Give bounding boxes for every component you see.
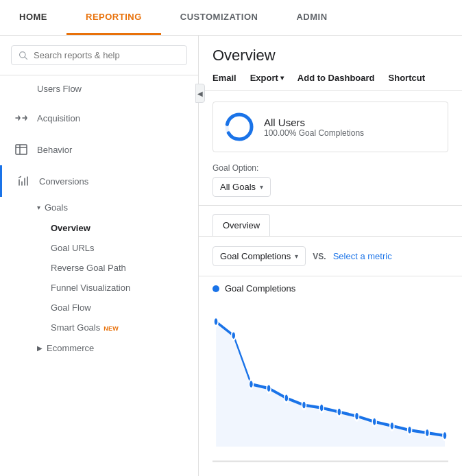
main-layout: Users Flow Acquisition: [0, 36, 462, 476]
svg-point-12: [284, 394, 289, 403]
svg-point-6: [227, 115, 252, 139]
chart-area: Goal Completions: [199, 276, 462, 476]
sidebar-nav: Users Flow Acquisition: [0, 75, 198, 476]
segment-donut-chart: [224, 112, 254, 142]
goal-option-chevron-icon: ▾: [260, 183, 263, 191]
export-button[interactable]: Export ▾: [250, 73, 284, 83]
shortcut-button[interactable]: Shortcut: [389, 73, 425, 83]
goals-arrow-icon: ▾: [37, 204, 40, 211]
svg-point-18: [390, 422, 394, 431]
content-header: Overview Email Export ▾ Add to Dashboard…: [199, 36, 462, 91]
sidebar-item-ecommerce[interactable]: ▶ Ecommerce: [0, 337, 198, 359]
sidebar: Users Flow Acquisition: [0, 36, 199, 476]
conversions-icon: [16, 174, 31, 189]
nav-reporting[interactable]: REPORTING: [66, 0, 161, 35]
conversions-label: Conversions: [39, 176, 88, 187]
segment-card: All Users 100.00% Goal Completions: [212, 102, 448, 152]
vs-label: VS.: [313, 252, 326, 261]
svg-point-11: [267, 384, 271, 393]
select-metric-button[interactable]: Select a metric: [333, 251, 392, 261]
email-button[interactable]: Email: [212, 73, 236, 83]
sidebar-item-users-flow[interactable]: Users Flow: [0, 75, 198, 102]
ecommerce-arrow-icon: ▶: [37, 344, 42, 352]
collapse-handle[interactable]: ◀: [195, 84, 205, 103]
search-box: [11, 45, 187, 65]
sidebar-item-conversions[interactable]: Conversions: [0, 165, 198, 197]
acquisition-label: Acquisition: [37, 113, 80, 123]
svg-point-13: [302, 401, 306, 409]
behavior-icon: [14, 142, 29, 157]
page-title: Overview: [212, 47, 448, 64]
goals-label: Goals: [45, 202, 68, 213]
segment-subtitle: 100.00% Goal Completions: [264, 128, 364, 138]
nav-home[interactable]: HOME: [0, 0, 66, 35]
chart-svg-container: [212, 300, 448, 476]
nav-customization[interactable]: CUSTOMIZATION: [161, 0, 278, 35]
metric-selector: Goal Completions ▾ VS. Select a metric: [199, 237, 462, 276]
goals-section: ▾ Goals Overview Goal URLs Reverse Goal …: [0, 197, 198, 337]
goal-option-value: All Goals: [220, 182, 256, 192]
sidebar-item-goal-flow[interactable]: Goal Flow: [37, 298, 198, 318]
sidebar-item-behavior[interactable]: Behavior: [0, 134, 198, 165]
sidebar-item-goal-urls[interactable]: Goal URLs: [37, 238, 198, 258]
metric-label: Goal Completions: [220, 251, 291, 261]
legend-label: Goal Completions: [225, 283, 295, 294]
sidebar-item-smart-goals[interactable]: Smart GoalsNEW: [37, 318, 198, 337]
svg-point-16: [354, 412, 358, 420]
export-chevron-icon: ▾: [280, 74, 284, 82]
overview-tab-section: Overview: [199, 206, 462, 237]
svg-point-19: [408, 426, 412, 435]
behavior-label: Behavior: [37, 145, 72, 155]
goal-option-label: Goal Option:: [212, 163, 448, 173]
goals-header[interactable]: ▾ Goals: [37, 197, 198, 218]
add-to-dashboard-button[interactable]: Add to Dashboard: [297, 73, 375, 83]
svg-point-15: [337, 407, 341, 416]
chart-legend: Goal Completions: [212, 283, 448, 294]
svg-point-9: [232, 331, 236, 340]
search-icon: [19, 51, 28, 60]
svg-rect-2: [16, 145, 27, 154]
svg-point-17: [372, 417, 376, 426]
search-input[interactable]: [34, 50, 180, 60]
ecommerce-label: Ecommerce: [47, 343, 94, 353]
content-area: Overview Email Export ▾ Add to Dashboard…: [199, 36, 462, 476]
svg-point-21: [443, 431, 447, 440]
segment-name: All Users: [264, 117, 364, 128]
top-nav: HOME REPORTING CUSTOMIZATION ADMIN: [0, 0, 462, 36]
svg-line-1: [25, 56, 27, 59]
nav-admin[interactable]: ADMIN: [277, 0, 346, 35]
goal-option-select[interactable]: All Goals ▾: [212, 177, 271, 197]
svg-point-20: [425, 429, 429, 438]
legend-dot: [212, 285, 219, 292]
new-badge: NEW: [104, 325, 119, 332]
metric-chevron-icon: ▾: [295, 252, 298, 260]
line-chart: [212, 300, 448, 476]
search-container: [0, 36, 198, 75]
sidebar-item-funnel-visualization[interactable]: Funnel Visualization: [37, 278, 198, 298]
sidebar-item-overview[interactable]: Overview: [37, 218, 198, 238]
goal-option-section: Goal Option: All Goals ▾: [199, 163, 462, 206]
sidebar-item-reverse-goal-path[interactable]: Reverse Goal Path: [37, 258, 198, 278]
svg-point-10: [249, 380, 253, 389]
acquisition-icon: [14, 110, 29, 126]
tab-overview[interactable]: Overview: [212, 214, 270, 236]
metric-dropdown[interactable]: Goal Completions ▾: [212, 246, 306, 266]
svg-point-14: [319, 403, 324, 412]
sidebar-item-acquisition[interactable]: Acquisition: [0, 102, 198, 134]
toolbar: Email Export ▾ Add to Dashboard Shortcut: [212, 73, 448, 83]
segment-info: All Users 100.00% Goal Completions: [264, 117, 364, 138]
svg-point-8: [214, 318, 218, 326]
